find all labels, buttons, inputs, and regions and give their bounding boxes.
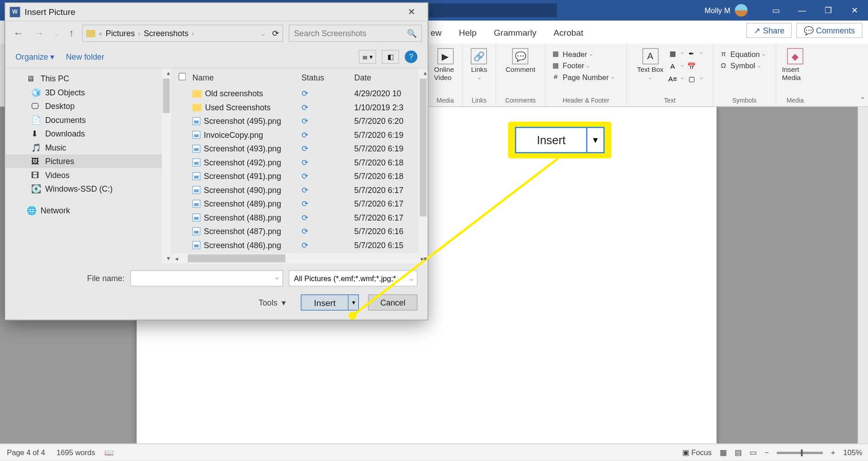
file-row[interactable]: Screenshot (495).png⟳5/7/2020 6:20 bbox=[172, 114, 428, 128]
date-icon[interactable]: 📅 bbox=[687, 62, 696, 71]
nav-pane: 🖥This PC🧊3D Objects🖵Desktop📄Documents⬇Do… bbox=[5, 68, 171, 263]
share-button[interactable]: ↗ Share bbox=[746, 23, 792, 38]
file-row[interactable]: Screenshot (491).png⟳5/7/2020 6:18 bbox=[172, 169, 428, 183]
search-input[interactable]: Search Screenshots 🔍 bbox=[289, 25, 422, 42]
zoom-level[interactable]: 105% bbox=[843, 448, 862, 457]
tab-partial[interactable]: ew bbox=[431, 27, 442, 37]
breadcrumb[interactable]: « Pictures › Screenshots › ⌵ ⟳ bbox=[82, 25, 283, 42]
maximize-icon[interactable]: ❐ bbox=[815, 0, 841, 21]
focus-button[interactable]: ▣ Focus bbox=[682, 448, 712, 457]
tab-grammarly[interactable]: Grammarly bbox=[494, 27, 536, 37]
insert-dropdown-icon[interactable]: ▼ bbox=[349, 295, 359, 311]
file-type-filter[interactable]: All Pictures (*.emf;*.wmf;*.jpg;*. bbox=[289, 270, 417, 287]
select-all-checkbox[interactable] bbox=[178, 73, 186, 80]
nav-item-3d-objects[interactable]: 🧊3D Objects bbox=[5, 85, 171, 99]
cancel-button[interactable]: Cancel bbox=[368, 295, 418, 311]
column-status[interactable]: Status bbox=[302, 73, 354, 82]
wordart-icon[interactable]: A bbox=[668, 62, 677, 71]
nav-item-desktop[interactable]: 🖵Desktop bbox=[5, 99, 171, 113]
file-row[interactable]: Screenshot (492).png⟳5/7/2020 6:18 bbox=[172, 155, 428, 169]
read-mode-icon[interactable]: ▦ bbox=[720, 448, 726, 457]
breadcrumb-item[interactable]: Screenshots bbox=[144, 29, 189, 38]
group-label: Media bbox=[437, 97, 454, 106]
close-icon[interactable]: ✕ bbox=[400, 6, 423, 17]
preview-pane-button[interactable]: ◧ bbox=[382, 50, 399, 63]
file-hscrollbar[interactable]: ◂▸ bbox=[172, 253, 428, 263]
up-icon[interactable]: ↑ bbox=[66, 27, 76, 39]
file-vscrollbar[interactable]: ▴ ▾ bbox=[419, 68, 428, 263]
sync-icon: ⟳ bbox=[302, 117, 308, 126]
recent-chevron-icon[interactable]: ⌵ bbox=[52, 29, 61, 37]
tab-help[interactable]: Help bbox=[459, 27, 476, 37]
signature-icon[interactable]: ✒ bbox=[687, 49, 696, 58]
zoom-slider[interactable] bbox=[777, 452, 823, 454]
dialog-titlebar: W Insert Picture ✕ bbox=[5, 3, 428, 21]
spelling-icon[interactable]: 📖 bbox=[104, 448, 113, 457]
user-area[interactable]: Molly M bbox=[705, 0, 748, 21]
refresh-icon[interactable]: ⟳ bbox=[272, 29, 279, 38]
nav-item-documents[interactable]: 📄Documents bbox=[5, 113, 171, 127]
file-row[interactable]: Screenshot (490).png⟳5/7/2020 6:17 bbox=[172, 183, 428, 197]
online-video-button[interactable]: ▶Online Video bbox=[434, 48, 457, 82]
word-count[interactable]: 1695 words bbox=[57, 448, 95, 457]
symbol-button[interactable]: ΩSymbol ⌵ bbox=[719, 60, 765, 71]
close-icon[interactable]: ✕ bbox=[842, 0, 868, 21]
quick-parts-icon[interactable]: ▦ bbox=[668, 49, 677, 58]
file-name-input[interactable] bbox=[130, 270, 283, 287]
link-icon: 🔗 bbox=[471, 48, 487, 65]
organize-button[interactable]: Organize ▾ bbox=[15, 52, 54, 61]
zoom-out-icon[interactable]: − bbox=[764, 448, 769, 457]
nav-item-network[interactable]: 🌐Network bbox=[5, 204, 171, 217]
collapse-ribbon-icon[interactable]: ⌃ bbox=[860, 96, 866, 104]
file-row[interactable]: Screenshot (489).png⟳5/7/2020 6:17 bbox=[172, 197, 428, 211]
tab-acrobat[interactable]: Acrobat bbox=[554, 27, 584, 37]
comment-button[interactable]: 💬Comment bbox=[505, 48, 535, 74]
equation-button[interactable]: πEquation ⌵ bbox=[719, 48, 765, 60]
web-layout-icon[interactable]: ▭ bbox=[750, 448, 756, 457]
comments-button[interactable]: 💬 Comments bbox=[797, 23, 863, 38]
object-icon[interactable]: ▢ bbox=[687, 75, 696, 84]
footer-button[interactable]: ▦Footer ⌵ bbox=[551, 60, 614, 71]
help-icon[interactable]: ? bbox=[405, 50, 417, 63]
nav-item-videos[interactable]: 🎞Videos bbox=[5, 168, 171, 182]
file-row[interactable]: Screenshot (487).png⟳5/7/2020 6:16 bbox=[172, 225, 428, 238]
column-date[interactable]: Date bbox=[354, 73, 420, 82]
text-box-button[interactable]: AText Box⌵ bbox=[637, 48, 663, 80]
nav-item-this-pc[interactable]: 🖥This PC bbox=[5, 72, 171, 85]
view-mode-button[interactable]: ≣ ▾ bbox=[359, 50, 376, 63]
minimize-icon[interactable]: — bbox=[789, 0, 815, 21]
ribbon-display-icon[interactable]: ▭ bbox=[763, 0, 789, 21]
file-row[interactable]: Screenshot (493).png⟳5/7/2020 6:19 bbox=[172, 142, 428, 155]
header-button[interactable]: ▦Header ⌵ bbox=[551, 48, 614, 60]
nav-item-pictures[interactable]: 🖼Pictures bbox=[5, 155, 171, 168]
drive-icon: 💽 bbox=[32, 184, 41, 193]
dl-icon: ⬇ bbox=[32, 129, 41, 138]
column-name[interactable]: Name bbox=[192, 73, 301, 82]
nav-item-windows-ssd-c-[interactable]: 💽Windows-SSD (C:) bbox=[5, 182, 171, 196]
drop-cap-icon[interactable]: A≡ bbox=[668, 75, 677, 84]
file-row[interactable]: Screenshot (488).png⟳5/7/2020 6:17 bbox=[172, 211, 428, 224]
new-folder-button[interactable]: New folder bbox=[66, 52, 104, 61]
nav-item-downloads[interactable]: ⬇Downloads bbox=[5, 127, 171, 141]
vertical-scrollbar[interactable] bbox=[858, 107, 868, 443]
breadcrumb-item[interactable]: Pictures bbox=[106, 29, 135, 38]
page-number-button[interactable]: #Page Number ⌵ bbox=[551, 71, 614, 82]
file-row[interactable]: Used Screenshots⟳1/10/2019 2:3 bbox=[172, 100, 428, 114]
insert-button[interactable]: Insert ▼ bbox=[301, 295, 359, 311]
back-icon[interactable]: ← bbox=[11, 27, 26, 39]
chevron-down-icon[interactable]: ⌵ bbox=[261, 29, 265, 37]
page-indicator[interactable]: Page 4 of 4 bbox=[7, 448, 45, 457]
word-icon: W bbox=[10, 7, 20, 17]
forward-icon[interactable]: → bbox=[32, 27, 47, 39]
file-row[interactable]: Old screenshots⟳4/29/2020 10 bbox=[172, 87, 428, 100]
file-row[interactable]: Screenshot (486).png⟳5/7/2020 6:15 bbox=[172, 238, 428, 252]
insert-media-button[interactable]: ◆Insert Media bbox=[782, 48, 808, 82]
links-button[interactable]: 🔗Links⌵ bbox=[471, 48, 487, 80]
file-row[interactable]: InvoiceCopy.png⟳5/7/2020 6:19 bbox=[172, 128, 428, 141]
print-layout-icon[interactable]: ▤ bbox=[735, 448, 741, 457]
nav-item-music[interactable]: 🎵Music bbox=[5, 141, 171, 154]
nav-scrollbar[interactable]: ▴ ▾ bbox=[162, 68, 171, 263]
tools-button[interactable]: Tools ▾ bbox=[259, 298, 286, 307]
avatar[interactable] bbox=[735, 4, 748, 17]
zoom-in-icon[interactable]: + bbox=[831, 448, 835, 457]
